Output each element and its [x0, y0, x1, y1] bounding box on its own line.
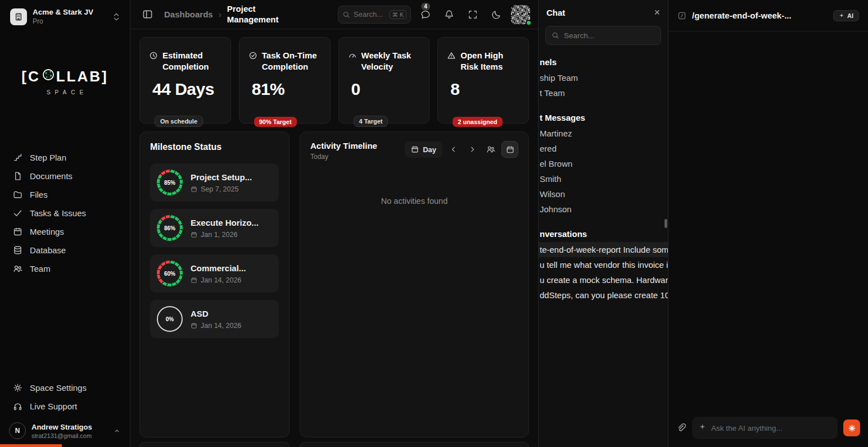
ai-input-field[interactable]: [692, 417, 838, 439]
cutoff-card-left: [139, 442, 290, 447]
sidebar-item-database[interactable]: Database: [0, 241, 130, 259]
milestone-name: Commercial...: [191, 263, 246, 273]
calendar-icon: [411, 145, 419, 153]
milestone-item[interactable]: 86% Execute Horizo... Jan 1, 2026: [150, 209, 279, 247]
milestone-date: Sep 7, 2025: [201, 185, 238, 193]
milestone-date: Jan 14, 2026: [201, 276, 241, 284]
database-icon: [12, 245, 22, 255]
sidebar-item-documents[interactable]: Documents: [0, 167, 130, 185]
ai-prompt-input[interactable]: [711, 424, 831, 432]
logo-right: LLAB]: [56, 68, 108, 85]
chat-dm-item[interactable]: Johnson: [539, 202, 668, 217]
sidebar-nav: Step Plan Documents Files Tasks & Issues…: [0, 148, 130, 278]
calendar-view-button[interactable]: [501, 141, 518, 158]
progress-label: 86%: [160, 218, 180, 238]
user-profile[interactable]: N Andrew Stratigos strat2131@gmail.com: [0, 416, 130, 447]
bottom-accent-strip: [0, 444, 62, 447]
command-icon: [677, 11, 686, 20]
steps-icon: [12, 153, 22, 162]
user-name: Andrew Stratigos: [31, 423, 107, 431]
timeline-subtitle: Today: [310, 153, 377, 161]
chat-channel-item[interactable]: t Team: [539, 85, 668, 101]
milestone-item[interactable]: 85% Project Setup... Sep 7, 2025: [150, 163, 279, 202]
sidebar-footer: Space Settings Live Support N Andrew Str…: [0, 378, 130, 447]
sidebar-item-label: Team: [30, 264, 51, 273]
global-search[interactable]: ⌘ K: [338, 6, 411, 24]
sidebar-item-label: Step Plan: [30, 153, 66, 162]
calendar-icon: [12, 227, 22, 236]
sidebar-item-files[interactable]: Files: [0, 185, 130, 204]
clock-icon: [149, 51, 158, 72]
starburst-icon: [848, 424, 856, 432]
milestone-item[interactable]: 0% ASD Jan 14, 2026: [150, 300, 279, 338]
chat-dm-item[interactable]: Smith: [539, 171, 668, 186]
milestone-card-title: Milestone Status: [150, 142, 279, 152]
chat-toggle-button[interactable]: 4: [417, 6, 435, 24]
sidebar-item-label: Space Settings: [30, 383, 87, 393]
panel-toggle-button[interactable]: [138, 6, 156, 24]
theme-toggle-button[interactable]: [487, 6, 505, 24]
breadcrumb[interactable]: Dashboards: [164, 10, 213, 19]
sidebar-item-meetings[interactable]: Meetings: [0, 222, 130, 241]
stats-row: Estimated Completion 44 Days On schedule…: [139, 37, 529, 124]
range-day-button[interactable]: Day: [405, 142, 442, 158]
chat-conversation-item[interactable]: te-end-of-week-report Include some: [539, 242, 668, 257]
chat-dm-item[interactable]: el Brown: [539, 156, 668, 171]
chat-dm-item[interactable]: ered: [539, 141, 668, 156]
chat-section-header: nversations: [539, 226, 668, 242]
chat-channel-item[interactable]: ship Team: [539, 70, 668, 85]
notifications-button[interactable]: [440, 6, 458, 24]
headset-icon: [12, 402, 22, 411]
chat-dm-item[interactable]: Wilson: [539, 186, 668, 202]
gear-icon: [12, 383, 22, 393]
app-root: Acme & Stark JV Pro [C LLAB] SPACE Step …: [0, 0, 868, 447]
search-input[interactable]: [354, 10, 386, 19]
ai-panel: /generate-end-of-week-... AI: [668, 0, 868, 447]
sidebar-item-space-settings[interactable]: Space Settings: [0, 378, 130, 397]
fullscreen-button[interactable]: [464, 6, 482, 24]
milestone-item[interactable]: 60% Commercial... Jan 14, 2026: [150, 254, 279, 293]
prev-button[interactable]: [446, 142, 461, 157]
account-avatar[interactable]: [511, 5, 530, 24]
close-icon[interactable]: ×: [654, 7, 660, 17]
collab-logo-text: [C LLAB]: [0, 68, 130, 85]
stat-title: Weekly Task Velocity: [361, 50, 421, 72]
stat-title: Task On-Time Completion: [262, 50, 321, 72]
send-button[interactable]: [843, 419, 860, 436]
page-title: Project Management: [227, 4, 300, 25]
sidebar-item-team[interactable]: Team: [0, 259, 130, 278]
workspace-plan: Pro: [33, 17, 107, 25]
chat-conversation-item[interactable]: u create a mock schema. Hardware as: [539, 272, 668, 288]
breadcrumb-separator: ›: [219, 10, 221, 19]
sparkle-icon: [839, 13, 844, 19]
workspace-building-icon: [10, 8, 27, 25]
stat-card-high-risk: Open High Risk Items 8 2 unassigned: [437, 37, 529, 124]
chat-conversation-item[interactable]: u tell me what vendor this invoice is fr: [539, 257, 668, 272]
chat-search[interactable]: [545, 26, 661, 45]
chat-panel: Chat × nels ship Team t Team t Messages …: [538, 0, 668, 447]
workspace-switcher[interactable]: Acme & Stark JV Pro: [0, 0, 130, 31]
sidebar-item-label: Database: [30, 245, 66, 255]
check-circle-icon: [248, 51, 257, 72]
milestone-date: Jan 14, 2026: [201, 322, 241, 330]
sidebar-item-label: Tasks & Issues: [30, 208, 86, 218]
chat-list: nels ship Team t Team t Messages Martine…: [539, 51, 668, 447]
sidebar-item-label: Files: [30, 190, 48, 199]
milestone-status-card: Milestone Status 85% Project Setup...: [139, 131, 290, 437]
stat-title: Estimated Completion: [162, 50, 221, 72]
chat-dm-item[interactable]: Martinez: [539, 126, 668, 141]
sidebar-item-live-support[interactable]: Live Support: [0, 397, 130, 416]
chat-search-input[interactable]: [564, 31, 655, 40]
attachment-icon[interactable]: [676, 423, 686, 433]
next-button[interactable]: [464, 142, 480, 157]
sidebar-item-label: Documents: [30, 171, 73, 181]
user-meta: Andrew Stratigos strat2131@gmail.com: [31, 423, 107, 439]
scrollbar-thumb[interactable]: [664, 219, 667, 228]
chat-conversation-item[interactable]: ddSteps, can you please create 10 ste: [539, 288, 668, 303]
sidebar-item-step-plan[interactable]: Step Plan: [0, 148, 130, 167]
calendar-icon: [191, 186, 197, 193]
attendees-button[interactable]: [483, 142, 498, 157]
sidebar-item-tasks-issues[interactable]: Tasks & Issues: [0, 204, 130, 222]
milestone-name: Execute Horizo...: [191, 218, 259, 227]
stat-card-task-on-time: Task On-Time Completion 81% 90% Target: [239, 37, 331, 124]
